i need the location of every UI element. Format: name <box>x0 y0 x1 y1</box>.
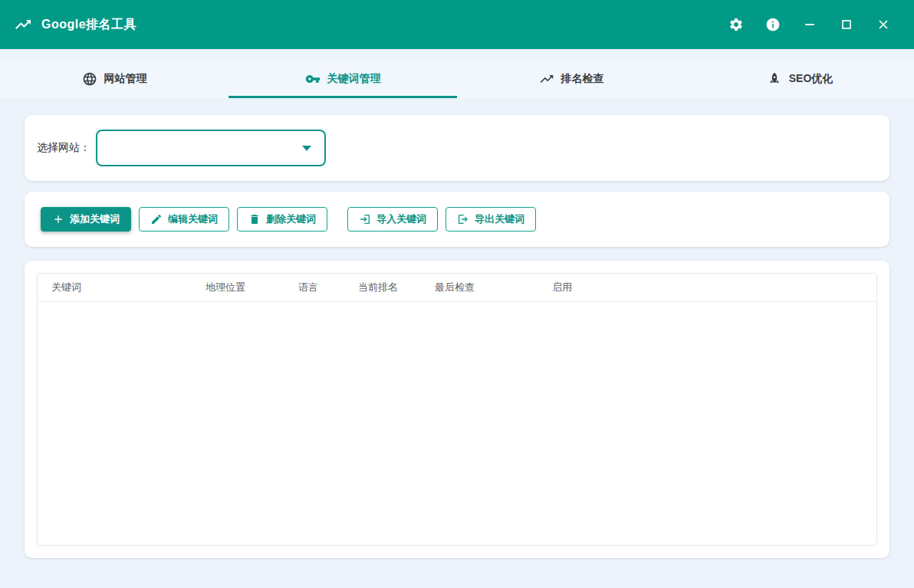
site-selector-label: 选择网站： <box>37 141 90 155</box>
key-icon <box>305 71 321 87</box>
tab-website-management[interactable]: 网站管理 <box>0 61 228 98</box>
chevron-down-icon <box>302 146 311 151</box>
tab-label: 网站管理 <box>104 72 147 86</box>
edit-keyword-label: 编辑关键词 <box>168 212 218 226</box>
site-selector-card: 选择网站： <box>25 115 889 181</box>
app-title: Google排名工具 <box>41 17 136 33</box>
tab-rank-check[interactable]: 排名检查 <box>457 61 686 98</box>
delete-keyword-button[interactable]: 删除关键词 <box>237 207 327 232</box>
globe-icon <box>82 71 97 87</box>
column-header-language: 语言 <box>284 281 344 294</box>
minimize-button[interactable] <box>791 6 828 43</box>
tab-label: SEO优化 <box>789 72 833 86</box>
tab-label: 排名检查 <box>561 72 604 86</box>
pencil-icon <box>150 213 163 225</box>
edit-keyword-button[interactable]: 编辑关键词 <box>139 207 229 232</box>
keyword-toolbar-card: 添加关键词 编辑关键词 删除关键词 导入关键词 导出关键词 <box>25 192 889 247</box>
keyword-table: 关键词 地理位置 语言 当前排名 最后检查 启用 <box>37 273 877 546</box>
column-header-last-check: 最后检查 <box>421 281 538 294</box>
tabbar: 网站管理 关键词管理 排名检查 SEO优化 <box>0 61 914 98</box>
import-icon <box>359 213 371 225</box>
info-button[interactable] <box>755 6 791 43</box>
gear-icon <box>728 17 744 32</box>
rocket-icon <box>767 71 782 87</box>
plus-icon <box>52 213 64 225</box>
close-icon <box>876 17 891 32</box>
tab-label: 关键词管理 <box>327 72 381 86</box>
maximize-button[interactable] <box>828 6 865 43</box>
import-keyword-button[interactable]: 导入关键词 <box>347 207 438 232</box>
add-keyword-button[interactable]: 添加关键词 <box>41 207 131 232</box>
column-header-current-rank: 当前排名 <box>344 281 421 294</box>
export-icon <box>457 213 469 225</box>
keyword-table-header: 关键词 地理位置 语言 当前排名 最后检查 启用 <box>38 274 876 302</box>
site-select-dropdown[interactable] <box>96 130 326 166</box>
export-keyword-button[interactable]: 导出关键词 <box>445 207 536 232</box>
add-keyword-label: 添加关键词 <box>70 212 120 226</box>
close-button[interactable] <box>865 6 902 43</box>
keyword-table-card: 关键词 地理位置 语言 当前排名 最后检查 启用 <box>25 261 889 558</box>
tab-seo-optimization[interactable]: SEO优化 <box>686 61 914 98</box>
keyword-table-body <box>38 302 876 545</box>
minimize-icon <box>802 17 817 32</box>
import-keyword-label: 导入关键词 <box>376 212 426 226</box>
window-controls <box>718 6 902 43</box>
trash-icon <box>248 213 261 225</box>
column-header-keyword: 关键词 <box>38 281 192 294</box>
column-header-location: 地理位置 <box>192 281 284 294</box>
maximize-icon <box>839 17 854 32</box>
trending-up-icon <box>539 71 554 87</box>
info-icon <box>765 17 781 32</box>
trending-up-icon <box>14 15 32 34</box>
settings-button[interactable] <box>718 6 755 43</box>
titlebar: Google排名工具 <box>0 0 914 49</box>
delete-keyword-label: 删除关键词 <box>266 212 316 226</box>
export-keyword-label: 导出关键词 <box>475 212 524 226</box>
tab-keyword-management[interactable]: 关键词管理 <box>228 61 457 98</box>
column-header-enabled: 启用 <box>538 281 876 294</box>
